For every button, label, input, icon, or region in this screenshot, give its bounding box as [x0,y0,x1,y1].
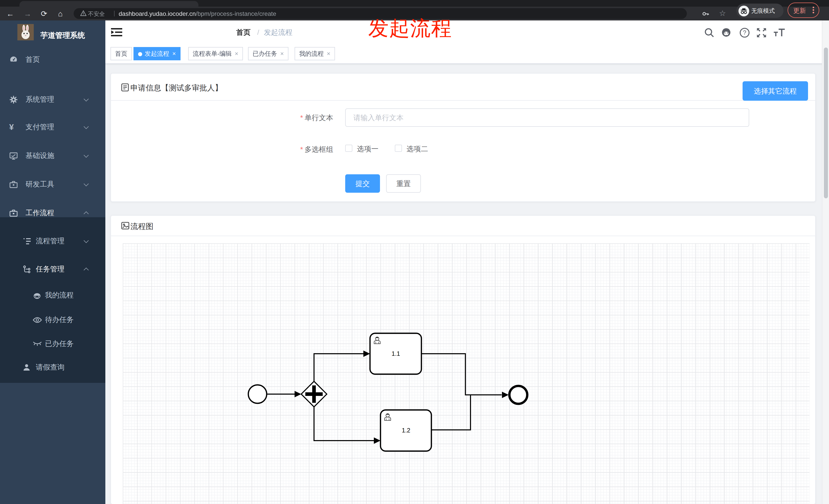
font-size-icon[interactable] [774,28,785,38]
bpmn-user-task-1-1[interactable]: 1.1 [370,333,422,374]
sidebar-item-payment[interactable]: ¥ 支付管理 [0,117,105,138]
browser-home-button[interactable]: ⌂ [54,7,67,21]
sidebar-item-process-management[interactable]: 流程管理 [0,231,105,251]
user-icon [23,363,31,372]
tag-form-edit[interactable]: 流程表单-编辑× [188,47,243,60]
sidebar-item-done-tasks[interactable]: 已办任务 [0,334,105,354]
chevron-up-icon [84,268,89,273]
bpmn-canvas[interactable]: 1.1 1.2 [123,243,809,504]
incognito-label: 无痕模式 [751,7,775,15]
search-icon[interactable] [704,28,715,38]
checkbox-option-2[interactable] [395,145,402,152]
close-icon[interactable]: × [327,51,330,57]
app-title: 芋道管理系统 [40,31,85,40]
eye-closed-icon [33,341,42,347]
chevron-down-icon [84,124,89,129]
bpmn-start-event[interactable] [248,385,267,403]
sidebar-item-dev-tools[interactable]: 研发工具 [0,174,105,195]
flow-card-header: 流程图 [111,216,815,236]
screen: ← → ⟳ ⌂ 不安全 dashboard.yudao.iocoder.cn/b… [0,0,829,504]
sidebar: 芋道管理系统 首页 系统管理 ¥ [0,21,105,504]
checkbox-option-1-label[interactable]: 选项一 [357,145,379,154]
sidebar-fold-icon[interactable] [111,27,122,37]
monitor-icon [9,152,18,160]
toolbox-icon [9,180,18,189]
bpmn-user-task-1-2[interactable]: 1.2 [381,410,431,451]
incognito-icon [738,5,749,16]
bpmn-parallel-gateway[interactable] [301,381,327,407]
browser-back-button[interactable]: ← [4,7,16,21]
update-label: 更新 [793,7,806,15]
sidebar-item-home[interactable]: 首页 [0,49,105,70]
incognito-badge: 无痕模式 [736,4,784,18]
close-icon[interactable]: × [172,51,176,57]
sidebar-item-leave-query[interactable]: 请假查询 [0,357,105,378]
fullscreen-icon[interactable] [756,28,767,38]
chevron-down-icon [84,153,89,158]
svg-text:1.1: 1.1 [392,350,400,357]
apply-info-title: 申请信息【测试多审批人】 [131,83,222,93]
key-icon[interactable] [702,10,709,17]
url-separator [114,11,114,16]
document-icon [121,83,129,91]
checkbox-option-2-label[interactable]: 选项二 [406,145,428,154]
active-dot [138,52,142,56]
tag-start-process[interactable]: 发起流程× [134,47,181,60]
gear-icon [9,95,18,104]
tags-view-bar: 首页 发起流程× 流程表单-编辑× 已办任务× 我的流程× [105,43,829,64]
annotation-title: 发起流程 [368,14,452,42]
sidebar-item-todo-tasks[interactable]: 待办任务 [0,310,105,330]
help-icon[interactable]: ? [739,28,750,38]
single-line-text-input[interactable] [345,108,749,127]
submit-button[interactable]: 提交 [345,174,380,193]
eye-icon [33,316,42,323]
browser-menu-icon[interactable] [813,7,814,14]
checkbox-option-1[interactable] [345,145,352,152]
page-header: 首页 / 发起流程 ? [105,21,829,43]
app-logo-row[interactable]: 芋道管理系统 [0,21,105,49]
url-text: dashboard.yudao.iocoder.cn/bpm/process-i… [119,10,276,17]
sidebar-item-infrastructure[interactable]: 基础设施 [0,146,105,166]
bookmark-star-icon[interactable]: ☆ [719,9,726,18]
sidebar-item-system[interactable]: 系统管理 [0,89,105,110]
sidebar-item-task-management[interactable]: 任务管理 [0,259,105,280]
not-secure-label: 不安全 [88,10,105,18]
dashboard-icon [9,55,18,64]
browser-tab[interactable] [20,1,199,7]
tag-done-tasks[interactable]: 已办任务× [248,47,288,60]
browser-reload-button[interactable]: ⟳ [38,7,50,21]
scrollbar-thumb[interactable] [824,47,828,198]
not-secure-warning-icon [80,10,86,16]
flow-card-title: 流程图 [131,222,153,232]
choose-other-process-button[interactable]: 选择其它流程 [743,81,808,101]
svg-text:?: ? [743,29,747,36]
toolbox-icon [9,209,18,218]
chevron-down-icon [84,181,89,186]
bpmn-end-event[interactable] [509,386,527,404]
sidebar-item-my-process[interactable]: 我的流程 [0,285,105,306]
tag-home[interactable]: 首页 [110,47,132,60]
chevron-up-icon [84,211,89,217]
yen-icon: ¥ [9,123,14,132]
sidebar-item-workflow[interactable]: 工作流程 [0,203,105,223]
breadcrumb-home[interactable]: 首页 [236,28,251,37]
app-logo [17,24,34,40]
browser-forward-button[interactable]: → [22,7,34,21]
chevron-down-icon [84,96,89,102]
close-icon[interactable]: × [280,51,284,57]
url-host: dashboard.yudao.iocoder.cn [119,10,196,17]
close-icon[interactable]: × [235,51,238,57]
field-label-checkbox-group: *多选框组 [300,145,333,154]
browser-update-button[interactable]: 更新 [788,3,819,18]
url-path: /bpm/process-instance/create [196,10,277,17]
picture-icon [121,222,130,230]
tag-my-process[interactable]: 我的流程× [295,47,335,60]
github-icon[interactable] [721,27,732,37]
apply-info-card-header: 申请信息【测试多审批人】 选择其它流程 [111,74,815,101]
list-tree-icon [23,237,31,245]
page-scrollbar[interactable] [822,21,829,504]
flow-nodes-icon [23,265,31,273]
breadcrumb-current: 发起流程 [264,28,292,37]
chevron-down-icon [84,238,89,243]
reset-button[interactable]: 重置 [386,174,421,193]
